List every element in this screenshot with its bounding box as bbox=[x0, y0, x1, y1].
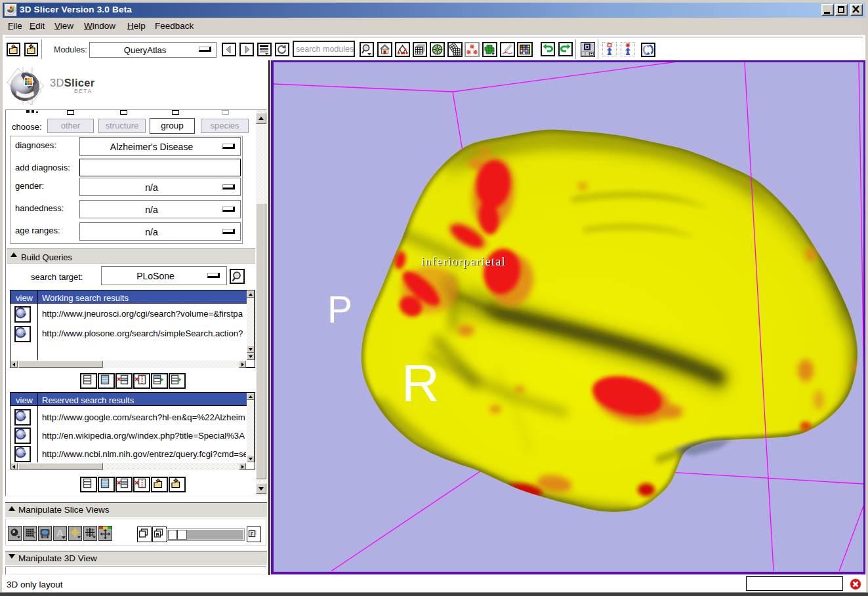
svg-text:R: R bbox=[402, 354, 440, 412]
svg-text:P: P bbox=[327, 288, 352, 330]
svg-text:B: B bbox=[156, 532, 160, 538]
svg-text:inferiorparietal: inferiorparietal bbox=[421, 255, 506, 268]
svg-text:F: F bbox=[251, 531, 254, 537]
